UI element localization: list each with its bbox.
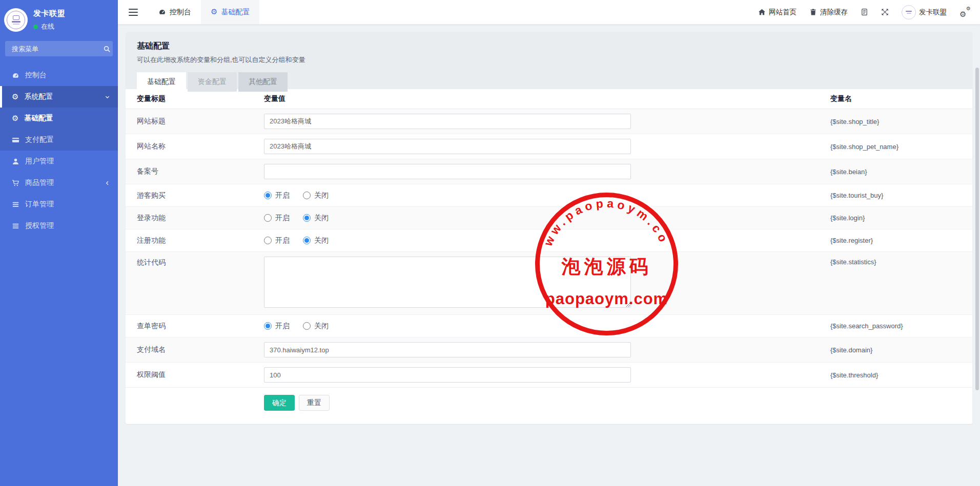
settings-cogs-icon[interactable]: ⚙⚙ bbox=[959, 8, 971, 17]
fullscreen-button[interactable] bbox=[881, 8, 889, 16]
radio-icon[interactable] bbox=[264, 192, 272, 199]
clear-cache-label: 清除缓存 bbox=[820, 8, 848, 17]
variable-name: {$site.domain} bbox=[830, 346, 972, 354]
config-card: 基础配置 可以在此增改系统的变量和分组,也可以自定义分组和变量 基础配置 资金配… bbox=[126, 32, 972, 424]
register-radio-option[interactable]: 开启 bbox=[264, 236, 290, 245]
list-icon bbox=[12, 222, 19, 230]
page-subtitle: 可以在此增改系统的变量和分组,也可以自定义分组和变量 bbox=[137, 55, 961, 65]
tab-console[interactable]: 控制台 bbox=[149, 0, 201, 24]
login-radio-option[interactable]: 关闭 bbox=[303, 214, 329, 223]
radio-icon[interactable] bbox=[264, 237, 272, 244]
tab-basic-config[interactable]: 基础配置 bbox=[137, 72, 186, 92]
sidebar-menu: 控制台 ⚙ 系统配置 ⚙ 基础配置 支付配置 用户管理 商品管理 bbox=[0, 65, 118, 237]
tourist_buy-radio-option[interactable]: 开启 bbox=[264, 191, 290, 200]
config-row-threshold: 权限阈值{$site.threshold} bbox=[126, 363, 972, 388]
card-header: 基础配置 可以在此增改系统的变量和分组,也可以自定义分组和变量 基础配置 资金配… bbox=[126, 32, 972, 89]
tab-funds-config[interactable]: 资金配置 bbox=[188, 72, 237, 92]
threshold-input[interactable] bbox=[264, 367, 631, 383]
sidebar-item-label: 商品管理 bbox=[25, 178, 98, 187]
domain-input[interactable] bbox=[264, 342, 631, 357]
search_password-radio-option[interactable]: 关闭 bbox=[303, 322, 329, 331]
top-navbar: 控制台 ⚙ 基础配置 网站首页 清除缓存 发卡联盟 ⚙⚙ bbox=[118, 0, 980, 25]
sidebar-item-order-management[interactable]: 订单管理 bbox=[0, 194, 118, 215]
tab-other-config[interactable]: 其他配置 bbox=[238, 72, 288, 92]
sidebar-item-authorization-management[interactable]: 授权管理 bbox=[0, 215, 118, 237]
radio-label: 开启 bbox=[275, 214, 290, 223]
brand-logo-icon bbox=[7, 11, 25, 29]
shop_title-input[interactable] bbox=[264, 114, 631, 129]
radio-icon[interactable] bbox=[303, 237, 311, 244]
tab-label: 基础配置 bbox=[221, 8, 250, 17]
site-home-label: 网站首页 bbox=[769, 8, 797, 17]
sidebar-item-label: 控制台 bbox=[25, 71, 111, 80]
site-home-link[interactable]: 网站首页 bbox=[758, 8, 797, 17]
user-menu[interactable]: 发卡联盟 bbox=[902, 5, 947, 19]
online-status-label: 在线 bbox=[41, 22, 54, 31]
vertical-scrollbar[interactable] bbox=[975, 68, 979, 390]
user-name: 发卡联盟 bbox=[919, 8, 947, 17]
docs-icon bbox=[861, 8, 868, 16]
register-radio-option[interactable]: 关闭 bbox=[303, 236, 329, 245]
config-row-tourist_buy: 游客购买开启关闭{$site.tourist_buy} bbox=[126, 184, 972, 207]
sidebar-item-product-management[interactable]: 商品管理 bbox=[0, 172, 118, 194]
sidebar-item-basic-config[interactable]: ⚙ 基础配置 bbox=[0, 108, 118, 129]
expand-icon bbox=[881, 8, 889, 16]
row-label: 登录功能 bbox=[126, 214, 264, 223]
reset-button[interactable]: 重置 bbox=[299, 395, 330, 411]
row-label: 网站名称 bbox=[126, 142, 264, 151]
tourist_buy-radio-option[interactable]: 关闭 bbox=[303, 191, 329, 200]
variable-name: {$site.threshold} bbox=[830, 371, 972, 379]
menu-search-input[interactable] bbox=[11, 45, 103, 53]
column-header-var-value: 变量值 bbox=[264, 94, 830, 103]
statistics-textarea[interactable] bbox=[264, 257, 631, 308]
login-radio-option[interactable]: 开启 bbox=[264, 214, 290, 223]
list-icon bbox=[12, 201, 19, 208]
variable-name: {$site.register} bbox=[830, 237, 972, 244]
chevron-left-icon bbox=[104, 180, 111, 186]
system-config-submenu: ⚙ 基础配置 支付配置 bbox=[0, 108, 118, 151]
radio-icon[interactable] bbox=[303, 322, 311, 330]
config-row-login: 登录功能开启关闭{$site.login} bbox=[126, 207, 972, 229]
sidebar-item-system-config[interactable]: ⚙ 系统配置 bbox=[0, 86, 118, 108]
config-row-search_password: 查单密码开启关闭{$site.search_password} bbox=[126, 315, 972, 337]
menu-search bbox=[5, 41, 113, 56]
beian-input[interactable] bbox=[264, 164, 631, 179]
sidebar-item-console[interactable]: 控制台 bbox=[0, 65, 118, 86]
radio-icon[interactable] bbox=[303, 214, 311, 222]
radio-icon[interactable] bbox=[303, 192, 311, 199]
tab-basic-config[interactable]: ⚙ 基础配置 bbox=[201, 0, 259, 24]
row-label: 网站标题 bbox=[126, 117, 264, 126]
chevron-down-icon bbox=[104, 94, 111, 100]
user-avatar bbox=[902, 5, 916, 19]
row-label: 注册功能 bbox=[126, 236, 264, 245]
menu-toggle-icon[interactable] bbox=[118, 0, 149, 24]
cart-icon bbox=[12, 179, 19, 187]
sidebar-item-user-management[interactable]: 用户管理 bbox=[0, 151, 118, 172]
radio-icon[interactable] bbox=[264, 214, 272, 222]
clear-cache-button[interactable]: 清除缓存 bbox=[809, 8, 848, 17]
column-header-var-title: 变量标题 bbox=[126, 94, 264, 103]
variable-name: {$site.shop_pet_name} bbox=[830, 143, 972, 151]
config-row-domain: 支付域名{$site.domain} bbox=[126, 337, 972, 363]
sidebar-item-label: 支付配置 bbox=[25, 135, 111, 144]
shop_pet_name-input[interactable] bbox=[264, 139, 631, 154]
config-row-shop_pet_name: 网站名称{$site.shop_pet_name} bbox=[126, 134, 972, 159]
submit-button[interactable]: 确定 bbox=[264, 395, 295, 411]
docs-button[interactable] bbox=[861, 8, 868, 16]
sidebar-item-payment-config[interactable]: 支付配置 bbox=[0, 129, 118, 151]
row-label: 统计代码 bbox=[126, 252, 264, 267]
user-icon bbox=[12, 158, 19, 165]
variable-name: {$site.shop_title} bbox=[830, 118, 972, 125]
config-row-statistics: 统计代码{$site.statistics} bbox=[126, 252, 972, 315]
gear-icon: ⚙ bbox=[12, 115, 18, 122]
row-label: 备案号 bbox=[126, 167, 264, 176]
row-label: 权限阈值 bbox=[126, 370, 264, 379]
main-content: 基础配置 可以在此增改系统的变量和分组,也可以自定义分组和变量 基础配置 资金配… bbox=[118, 24, 980, 486]
tab-label: 控制台 bbox=[170, 8, 191, 17]
search_password-radio-option[interactable]: 开启 bbox=[264, 322, 290, 331]
row-label: 查单密码 bbox=[126, 322, 264, 331]
radio-label: 关闭 bbox=[314, 236, 329, 245]
radio-icon[interactable] bbox=[264, 322, 272, 330]
navbar-actions: 网站首页 清除缓存 发卡联盟 ⚙⚙ bbox=[758, 5, 980, 19]
search-icon[interactable] bbox=[103, 45, 111, 53]
